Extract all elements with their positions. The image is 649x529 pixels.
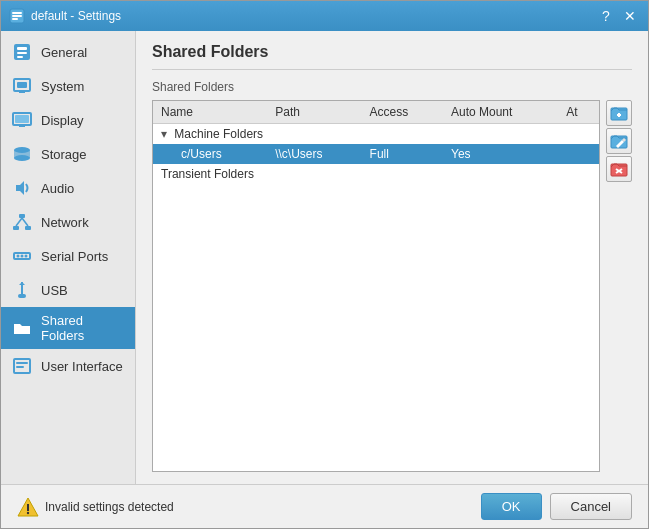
svg-rect-2: [12, 15, 22, 17]
svg-point-16: [14, 155, 30, 161]
user-interface-label: User Interface: [41, 359, 123, 374]
svg-rect-20: [25, 226, 31, 230]
window-title: default - Settings: [31, 9, 596, 23]
folder-access: Full: [362, 144, 443, 164]
col-access: Access: [362, 101, 443, 124]
transient-folders-group[interactable]: Transient Folders: [153, 164, 599, 184]
svg-rect-6: [17, 52, 27, 54]
svg-rect-13: [19, 125, 25, 127]
svg-line-22: [22, 218, 28, 226]
audio-label: Audio: [41, 181, 74, 196]
display-icon: [11, 109, 33, 131]
svg-point-25: [21, 255, 24, 258]
svg-marker-17: [16, 181, 24, 195]
usb-label: USB: [41, 283, 68, 298]
expand-arrow: ▾: [161, 127, 167, 141]
svg-rect-5: [17, 47, 27, 50]
svg-point-26: [25, 255, 28, 258]
serial-ports-icon: [11, 245, 33, 267]
folder-action-buttons: [606, 100, 632, 472]
status-text: Invalid settings detected: [45, 500, 174, 514]
transient-folders-label: Transient Folders: [153, 164, 599, 184]
sidebar-item-storage[interactable]: Storage: [1, 137, 135, 171]
general-label: General: [41, 45, 87, 60]
svg-rect-3: [12, 18, 18, 20]
audio-icon: [11, 177, 33, 199]
machine-folders-group[interactable]: ▾ Machine Folders: [153, 124, 599, 145]
general-icon: [11, 41, 33, 63]
svg-rect-41: [27, 504, 29, 511]
sidebar-item-usb[interactable]: USB: [1, 273, 135, 307]
svg-rect-18: [19, 214, 25, 218]
title-bar: default - Settings ? ✕: [1, 1, 648, 31]
settings-window: default - Settings ? ✕ General: [0, 0, 649, 529]
system-icon: [11, 75, 33, 97]
title-bar-buttons: ? ✕: [596, 6, 640, 26]
svg-rect-10: [19, 91, 25, 93]
storage-label: Storage: [41, 147, 87, 162]
window-icon: [9, 8, 25, 24]
main-content: Shared Folders Shared Folders Name Path …: [136, 31, 648, 484]
shared-folders-label: Shared Folders: [41, 313, 125, 343]
network-icon: [11, 211, 33, 233]
help-button[interactable]: ?: [596, 6, 616, 26]
folder-name: c/Users: [153, 144, 267, 164]
svg-rect-1: [12, 12, 22, 14]
footer-status: Invalid settings detected: [17, 496, 473, 518]
machine-folders-label: ▾ Machine Folders: [153, 124, 599, 145]
folders-table: Name Path Access Auto Mount At ▾: [153, 101, 599, 184]
remove-folder-button[interactable]: [606, 156, 632, 182]
sidebar-item-display[interactable]: Display: [1, 103, 135, 137]
folders-table-wrapper: Name Path Access Auto Mount At ▾: [152, 100, 600, 472]
svg-rect-31: [16, 362, 28, 364]
svg-rect-19: [13, 226, 19, 230]
footer-buttons: OK Cancel: [481, 493, 632, 520]
col-path: Path: [267, 101, 361, 124]
folder-auto-mount: Yes: [443, 144, 558, 164]
folder-row-cusers[interactable]: c/Users \\c\Users Full Yes: [153, 144, 599, 164]
user-interface-icon: [11, 355, 33, 377]
col-auto-mount: Auto Mount: [443, 101, 558, 124]
svg-rect-32: [16, 366, 24, 368]
svg-point-24: [17, 255, 20, 258]
storage-icon: [11, 143, 33, 165]
shared-folders-icon: [11, 317, 33, 339]
content-area: General System: [1, 31, 648, 484]
warning-icon: [17, 496, 39, 518]
svg-line-21: [16, 218, 22, 226]
usb-icon: [11, 279, 33, 301]
add-folder-button[interactable]: [606, 100, 632, 126]
svg-rect-7: [17, 56, 23, 58]
cancel-button[interactable]: Cancel: [550, 493, 632, 520]
close-button[interactable]: ✕: [620, 6, 640, 26]
svg-rect-29: [18, 294, 26, 298]
ok-button[interactable]: OK: [481, 493, 542, 520]
section-label: Shared Folders: [152, 80, 632, 94]
network-label: Network: [41, 215, 89, 230]
col-at: At: [558, 101, 599, 124]
sidebar-item-general[interactable]: General: [1, 35, 135, 69]
sidebar-item-system[interactable]: System: [1, 69, 135, 103]
footer: Invalid settings detected OK Cancel: [1, 484, 648, 528]
folder-path: \\c\Users: [267, 144, 361, 164]
page-title: Shared Folders: [152, 43, 632, 70]
sidebar-item-network[interactable]: Network: [1, 205, 135, 239]
svg-rect-9: [17, 82, 27, 88]
sidebar-item-shared-folders[interactable]: Shared Folders: [1, 307, 135, 349]
sidebar-item-user-interface[interactable]: User Interface: [1, 349, 135, 383]
display-label: Display: [41, 113, 84, 128]
folder-at: [558, 144, 599, 164]
sidebar: General System: [1, 31, 136, 484]
system-label: System: [41, 79, 84, 94]
svg-marker-28: [19, 282, 25, 285]
edit-folder-button[interactable]: [606, 128, 632, 154]
sidebar-item-serial-ports[interactable]: Serial Ports: [1, 239, 135, 273]
serial-ports-label: Serial Ports: [41, 249, 108, 264]
svg-rect-12: [15, 115, 29, 123]
folders-container: Name Path Access Auto Mount At ▾: [152, 100, 632, 472]
col-name: Name: [153, 101, 267, 124]
svg-point-42: [27, 511, 29, 513]
sidebar-item-audio[interactable]: Audio: [1, 171, 135, 205]
